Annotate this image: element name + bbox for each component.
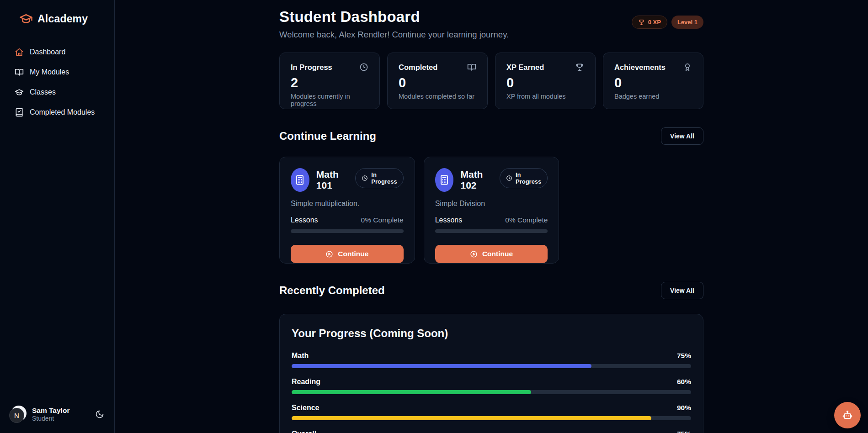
- user-profile[interactable]: N Sam Taylor Student: [0, 397, 114, 433]
- progress-bar: [292, 364, 691, 368]
- brand-logo: Alcademy: [19, 12, 105, 26]
- progress-bar: [292, 416, 691, 420]
- stat-label: XP Earned: [506, 63, 544, 72]
- continue-learning-header: Continue Learning View All: [279, 127, 703, 145]
- progress-label: Overall: [292, 430, 316, 433]
- avatar: N: [9, 406, 27, 423]
- level-badge-label: Level 1: [677, 19, 698, 26]
- stat-card-xp-earned: XP Earned 0 XP from all modules: [495, 53, 596, 109]
- progress-label: Reading: [292, 378, 320, 386]
- clock-icon: [362, 175, 368, 181]
- clock-icon: [506, 175, 512, 181]
- modules-grid: Math 101 In Progress Simple multiplicati…: [279, 157, 703, 264]
- continue-button[interactable]: Continue: [291, 245, 404, 263]
- progress-percent: 90%: [677, 404, 691, 412]
- progress-percent: 75%: [677, 352, 691, 360]
- sidebar-item-my-modules[interactable]: My Modules: [9, 64, 105, 80]
- header-badges: 0 XP Level 1: [632, 16, 703, 29]
- avatar-initial: N: [9, 408, 24, 423]
- clock-icon: [359, 63, 368, 72]
- recently-completed-header: Recently Completed View All: [279, 282, 703, 299]
- dark-mode-toggle[interactable]: [95, 409, 105, 419]
- xp-badge: 0 XP: [632, 16, 667, 29]
- status-badge: In Progress: [500, 168, 548, 188]
- sidebar-item-label: Classes: [30, 88, 56, 96]
- progress-row-math: Math 75%: [292, 352, 691, 368]
- page-subtitle: Welcome back, Alex Rendler! Continue you…: [279, 30, 509, 40]
- stat-value: 0: [506, 75, 584, 90]
- progress-percent: 60%: [677, 378, 691, 386]
- progress-row-overall: Overall 75%: [292, 430, 691, 433]
- module-card-math-102[interactable]: Math 102 In Progress Simple Division Les…: [424, 157, 559, 264]
- sidebar-item-classes[interactable]: Classes: [9, 84, 105, 100]
- view-all-completed-button[interactable]: View All: [661, 282, 703, 299]
- sidebar-item-label: Dashboard: [30, 48, 65, 56]
- stat-value: 2: [291, 75, 368, 90]
- stat-card-completed: Completed 0 Modules completed so far: [387, 53, 488, 109]
- stat-card-achievements: Achievements 0 Badges earned: [603, 53, 703, 109]
- award-icon: [683, 63, 692, 72]
- sidebar-item-completed-modules[interactable]: Completed Modules: [9, 104, 105, 121]
- module-description: Simple multiplication.: [291, 200, 404, 208]
- sidebar-nav: Dashboard My Modules Classes: [9, 44, 105, 121]
- stat-value: 0: [614, 75, 692, 90]
- book-open-icon: [467, 63, 476, 72]
- section-title: Continue Learning: [279, 130, 376, 143]
- module-title: Math 102: [460, 169, 493, 191]
- stat-caption: Modules currently in progress: [291, 93, 368, 107]
- stat-caption: Modules completed so far: [399, 93, 476, 100]
- continue-button[interactable]: Continue: [435, 245, 548, 263]
- calculator-icon: [291, 168, 309, 192]
- play-circle-icon: [325, 250, 333, 258]
- moon-icon: [95, 410, 105, 419]
- progress-heading: Your Progress (Coming Soon): [292, 327, 691, 340]
- book-check-icon: [15, 108, 24, 117]
- sidebar-item-dashboard[interactable]: Dashboard: [9, 44, 105, 60]
- sidebar-item-label: Completed Modules: [30, 108, 95, 116]
- progress-percent: 75%: [677, 430, 691, 433]
- progress-row-reading: Reading 60%: [292, 378, 691, 394]
- stats-grid: In Progress 2 Modules currently in progr…: [279, 53, 703, 109]
- brand-name: Alcademy: [37, 13, 88, 25]
- lessons-label: Lessons: [291, 216, 318, 224]
- progress-label: Math: [292, 352, 309, 360]
- play-circle-icon: [470, 250, 478, 258]
- completion-label: 0% Complete: [505, 216, 548, 224]
- xp-badge-label: 0 XP: [648, 19, 661, 26]
- module-progress-bar: [435, 229, 548, 233]
- calculator-icon: [435, 168, 454, 192]
- module-progress-bar: [291, 229, 404, 233]
- trophy-icon: [575, 63, 584, 72]
- stat-label: Completed: [399, 63, 437, 72]
- stat-caption: Badges earned: [614, 93, 692, 100]
- sidebar: Alcademy Dashboard My Modules: [0, 0, 115, 433]
- completion-label: 0% Complete: [361, 216, 404, 224]
- lessons-label: Lessons: [435, 216, 463, 224]
- status-badge: In Progress: [355, 168, 403, 188]
- trophy-icon: [638, 19, 645, 26]
- sidebar-item-label: My Modules: [30, 68, 69, 76]
- stat-label: Achievements: [614, 63, 666, 72]
- stat-value: 0: [399, 75, 476, 90]
- module-card-math-101[interactable]: Math 101 In Progress Simple multiplicati…: [279, 157, 415, 264]
- graduation-cap-logo-icon: [19, 12, 33, 26]
- module-title: Math 101: [316, 169, 349, 191]
- view-all-continue-button[interactable]: View All: [661, 127, 703, 145]
- user-name: Sam Taylor: [32, 406, 69, 415]
- level-badge: Level 1: [671, 16, 703, 29]
- module-description: Simple Division: [435, 200, 548, 208]
- stat-card-in-progress: In Progress 2 Modules currently in progr…: [279, 53, 380, 109]
- robot-icon: [842, 410, 853, 421]
- progress-panel: Your Progress (Coming Soon) Math 75% Rea…: [279, 314, 703, 433]
- page-header: Student Dashboard Welcome back, Alex Ren…: [279, 8, 703, 40]
- chatbot-fab-button[interactable]: [834, 402, 861, 428]
- progress-bar: [292, 390, 691, 394]
- user-role: Student: [32, 415, 69, 423]
- home-icon: [15, 48, 24, 57]
- graduation-cap-icon: [15, 88, 24, 97]
- section-title: Recently Completed: [279, 284, 385, 297]
- page-title: Student Dashboard: [279, 8, 509, 26]
- stat-caption: XP from all modules: [506, 93, 584, 100]
- stat-label: In Progress: [291, 63, 332, 72]
- progress-row-science: Science 90%: [292, 404, 691, 420]
